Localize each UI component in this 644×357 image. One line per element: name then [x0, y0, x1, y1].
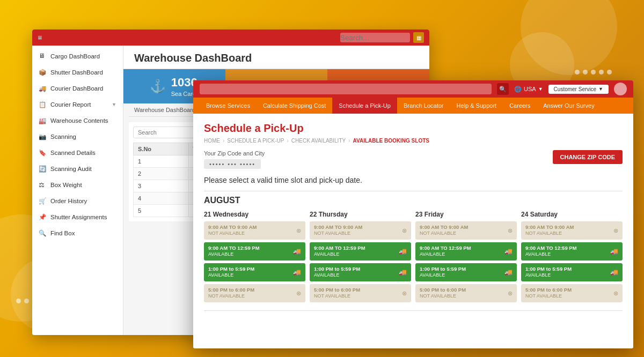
globe-icon: 🌐	[514, 86, 522, 93]
orange-nav: Browse ServicesCalculate Shipping CostSc…	[193, 98, 633, 114]
breadcrumb-sep: ›	[348, 138, 350, 144]
pickup-title: Schedule a Pick-Up	[204, 122, 623, 135]
cal-day-name-2: 23 Friday	[415, 211, 517, 218]
divider-bottom	[204, 310, 623, 311]
overlay-search-input[interactable]	[200, 84, 492, 94]
breadcrumb-sep: ›	[287, 138, 289, 144]
overlay-search-btn[interactable]: 🔍	[497, 83, 509, 95]
weight-icon: ⚖	[39, 181, 46, 189]
na-icon: ⊗	[402, 290, 407, 296]
sea-cargo-icon: ⚓	[150, 79, 166, 94]
warehouse-icon: 🏭	[39, 117, 46, 124]
cell-sno: 3	[134, 180, 189, 192]
cal-day-2: 23 Friday9:00 AM TO 9:00 AMNOT AVAILABLE…	[415, 211, 517, 305]
sidebar-item-shutter[interactable]: 📦 Shutter DashBoard	[32, 64, 123, 80]
time-slot-day0-slot3: 5:00 PM to 6:00 PMNOT AVAILABLE⊗	[204, 284, 305, 302]
truck-icon: 🚚	[610, 269, 618, 276]
sidebar-item-boxweight[interactable]: ⚖ Box Weight	[32, 177, 123, 193]
audit-icon: 🔄	[39, 165, 46, 173]
truck-icon: 🚚	[504, 269, 513, 276]
cal-day-0: 21 Wednesday9:00 AM TO 9:00 AMNOT AVAILA…	[204, 211, 305, 305]
nav-item-help-&-support[interactable]: Help & Support	[450, 98, 503, 114]
time-slot-day3-slot1[interactable]: 9:00 AM TO 12:59 PMAVAILABLE🚚	[521, 242, 623, 261]
time-slot-day3-slot3: 5:00 PM to 6:00 PMNOT AVAILABLE⊗	[521, 284, 623, 302]
nav-item-schedule-a-pick-up[interactable]: Schedule a Pick-Up	[332, 98, 397, 114]
time-slot-day0-slot1[interactable]: 9:00 AM TO 12:59 PMAVAILABLE🚚	[204, 242, 305, 261]
sidebar-item-audit[interactable]: 🔄 Scanning Audit	[32, 161, 123, 177]
time-slot-day2-slot2[interactable]: 1:00 PM to 5:59 PMAVAILABLE🚚	[415, 263, 517, 281]
time-slot-day0-slot2[interactable]: 1:00 PM to 5:59 PMAVAILABLE🚚	[204, 263, 305, 281]
cal-day-1: 22 Thursday9:00 AM TO 9:00 AMNOT AVAILAB…	[310, 211, 411, 305]
nav-item-careers[interactable]: Careers	[503, 98, 537, 114]
overlay-content: Schedule a Pick-Up HOME›SCHEDULE A PICK-…	[193, 114, 633, 348]
na-icon: ⊗	[613, 227, 618, 234]
truck-icon: 🚚	[610, 248, 618, 255]
zip-info: Your Zip Code and City ••••• ••• •••••	[204, 150, 265, 168]
na-icon: ⊗	[402, 227, 407, 234]
breadcrumb-sep: ›	[223, 138, 224, 144]
window-topbar: ≡ ▦	[32, 29, 429, 46]
cell-sno: 5	[134, 205, 189, 217]
breadcrumb-item-0[interactable]: HOME	[204, 138, 220, 144]
overlay-topnav: 🔍 🌐 USA ▼ Customer Service ▼	[193, 80, 633, 98]
time-slot-day1-slot1[interactable]: 9:00 AM TO 12:59 PMAVAILABLE🚚	[310, 242, 411, 261]
user-avatar	[614, 83, 627, 95]
time-slot-day1-slot3: 5:00 PM to 6:00 PMNOT AVAILABLE⊗	[310, 284, 411, 302]
report-icon: 📋	[39, 101, 46, 108]
breadcrumb-item-3: AVAILABLE BOOKING SLOTS	[353, 138, 429, 144]
na-icon: ⊗	[613, 290, 618, 296]
cal-day-name-3: 24 Saturday	[521, 211, 623, 218]
cal-day-name-0: 21 Wednesday	[204, 211, 305, 218]
time-slot-day2-slot3: 5:00 PM to 6:00 PMNOT AVAILABLE⊗	[415, 284, 517, 302]
time-slot-day1-slot2[interactable]: 1:00 PM to 5:59 PMAVAILABLE🚚	[310, 263, 411, 281]
customer-service-btn[interactable]: Customer Service ▼	[548, 85, 609, 94]
table-search-input[interactable]	[133, 127, 197, 138]
truck-icon: 🚚	[504, 248, 513, 255]
time-slot-day3-slot0: 9:00 AM TO 9:00 AMNOT AVAILABLE⊗	[521, 221, 623, 240]
sidebar-item-report[interactable]: 📋 Courier Report ▼	[32, 96, 123, 113]
region-select[interactable]: 🌐 USA ▼	[514, 86, 543, 93]
change-zip-button[interactable]: CHANGE ZIP CODE	[553, 150, 623, 164]
na-icon: ⊗	[296, 290, 301, 296]
zip-value: ••••• ••• •••••	[204, 159, 261, 169]
divider	[204, 191, 623, 191]
nav-item-answer-our-survey[interactable]: Answer Our Survey	[537, 98, 601, 114]
nav-item-branch-locator[interactable]: Branch Locator	[397, 98, 450, 114]
na-icon: ⊗	[296, 227, 301, 234]
findbox-icon: 🔍	[39, 229, 46, 237]
sidebar-item-orderhistory[interactable]: 🛒 Order History	[32, 193, 123, 209]
courier-icon: 🚚	[39, 85, 46, 92]
sidebar: 🖥 Cargo DashBoard 📦 Shutter DashBoard 🚚 …	[32, 46, 123, 335]
nav-item-browse-services[interactable]: Browse Services	[200, 98, 257, 114]
hamburger-icon[interactable]: ≡	[38, 33, 42, 42]
sidebar-item-scanned[interactable]: 🔖 Scanned Details	[32, 145, 123, 161]
sidebar-item-scanning[interactable]: 📷 Scanning	[32, 129, 123, 145]
calendar-grid: 21 Wednesday9:00 AM TO 9:00 AMNOT AVAILA…	[204, 211, 623, 305]
truck-icon: 🚚	[399, 248, 407, 255]
breadcrumb-item-1[interactable]: SCHEDULE A PICK-UP	[227, 138, 284, 144]
time-slot-day3-slot2[interactable]: 1:00 PM to 5:59 PMAVAILABLE🚚	[521, 263, 623, 281]
shutter-icon: 📦	[39, 69, 46, 76]
monitor-icon: 🖥	[39, 53, 46, 60]
cell-sno: 2	[134, 168, 189, 180]
breadcrumb-item-2[interactable]: CHECK AVAILABILITY	[291, 138, 346, 144]
sidebar-item-warehouse[interactable]: 🏭 Warehouse Contents	[32, 113, 123, 129]
sidebar-item-findbox[interactable]: 🔍 Find Box	[32, 225, 123, 241]
topbar-search-input[interactable]	[340, 33, 410, 42]
time-slot-day2-slot1[interactable]: 9:00 AM TO 12:59 PMAVAILABLE🚚	[415, 242, 517, 261]
cal-day-3: 24 Saturday9:00 AM TO 9:00 AMNOT AVAILAB…	[521, 211, 623, 305]
region-chevron-icon: ▼	[538, 86, 543, 92]
nav-item-calculate-shipping-cost[interactable]: Calculate Shipping Cost	[257, 98, 332, 114]
na-icon: ⊗	[508, 290, 513, 296]
pickup-instruction: Please select a valid time slot and pick…	[204, 176, 623, 184]
sidebar-item-courier[interactable]: 🚚 Courier DashBoard	[32, 80, 123, 96]
zip-row: Your Zip Code and City ••••• ••• ••••• C…	[204, 150, 623, 168]
truck-icon: 🚚	[293, 248, 301, 255]
sidebar-item-assignments[interactable]: 📌 Shutter Assignments	[32, 209, 123, 225]
cell-sno: 4	[134, 192, 189, 205]
cal-day-name-1: 22 Thursday	[310, 211, 411, 218]
sidebar-item-cargo[interactable]: 🖥 Cargo DashBoard	[32, 48, 123, 64]
scanned-icon: 🔖	[39, 149, 46, 157]
chevron-icon: ▼	[112, 102, 116, 107]
topbar-icon-btn[interactable]: ▦	[413, 32, 424, 43]
